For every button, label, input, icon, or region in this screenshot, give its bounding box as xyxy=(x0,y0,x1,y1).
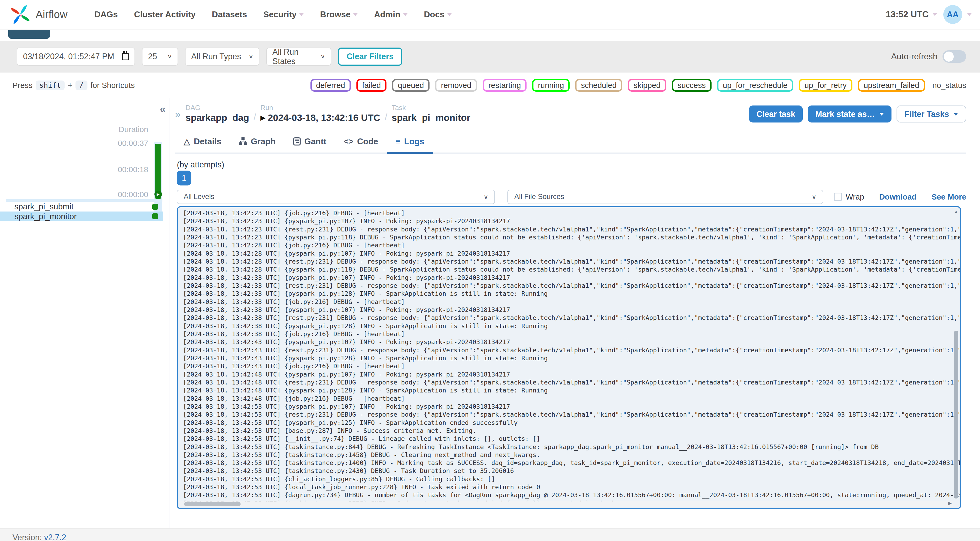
nav-item-security[interactable]: Security xyxy=(255,0,312,29)
filter-bar: 03/18/2024, 01:52:47 PM 25 ∨ All Run Typ… xyxy=(0,41,980,73)
run-types-value: All Run Types xyxy=(191,52,241,61)
nav-item-admin[interactable]: Admin xyxy=(366,0,416,29)
log-line: [2024-03-18, 13:42:53 UTC] {taskinstance… xyxy=(183,467,955,475)
breadcrumb-dag-value[interactable]: sparkapp_dag xyxy=(186,112,249,124)
wrap-label: Wrap xyxy=(846,193,864,201)
log-line: [2024-03-18, 13:42:38 UTC] {pyspark_pi.p… xyxy=(183,306,955,314)
airflow-brand[interactable]: Airflow xyxy=(8,3,67,26)
shortcut-prefix: Press xyxy=(13,81,32,90)
nav-item-cluster-activity[interactable]: Cluster Activity xyxy=(126,0,204,29)
state-badge-no-status[interactable]: no_status xyxy=(931,80,966,91)
log-line: [2024-03-18, 13:42:53 UTC] {taskinstance… xyxy=(183,443,955,451)
see-more-link[interactable]: See More xyxy=(932,193,966,201)
download-link[interactable]: Download xyxy=(879,193,916,201)
breadcrumb-separator: / xyxy=(385,112,387,123)
clear-filters-button[interactable]: Clear Filters xyxy=(338,48,402,66)
state-badge-deferred[interactable]: deferred xyxy=(310,79,351,92)
expand-breadcrumb-icon[interactable]: » xyxy=(175,109,180,120)
state-badge-queued[interactable]: queued xyxy=(392,79,430,92)
run-types-select[interactable]: All Run Types ∨ xyxy=(185,48,259,66)
log-line: [2024-03-18, 13:42:48 UTC] {pyspark_pi.p… xyxy=(183,371,955,379)
state-badge-up-for-reschedule[interactable]: up_for_reschedule xyxy=(717,79,793,92)
attempt-1-button[interactable]: 1 xyxy=(177,170,191,186)
state-badge-up-for-retry[interactable]: up_for_retry xyxy=(799,79,852,92)
log-line: [2024-03-18, 13:42:48 UTC] {pyspark_pi.p… xyxy=(183,387,955,394)
logs-icon: ≡ xyxy=(396,137,401,146)
shortcut-joiner: + xyxy=(68,81,72,90)
nav-menu: DAGsCluster ActivityDatasetsSecurityBrow… xyxy=(86,0,460,29)
auto-refresh-toggle[interactable] xyxy=(942,50,966,63)
tab-label: Gantt xyxy=(304,137,326,146)
task-row-spark-pi-monitor[interactable]: spark_pi_monitor xyxy=(0,212,163,221)
state-badge-failed[interactable]: failed xyxy=(356,79,387,92)
log-line: [2024-03-18, 13:42:48 UTC] {job.py:216} … xyxy=(183,395,955,403)
scroll-right-icon[interactable]: ▶ xyxy=(948,501,952,506)
user-menu[interactable]: AA xyxy=(943,5,972,24)
state-badge-removed[interactable]: removed xyxy=(435,79,477,92)
collapse-panel-icon[interactable]: « xyxy=(160,103,165,115)
scrolled-button-partial[interactable] xyxy=(8,30,50,39)
vertical-scrollbar[interactable]: ▲ xyxy=(953,208,959,504)
log-controls: All Levels ∨ All File Sources ∨ Wrap Dow… xyxy=(177,189,966,204)
state-badge-running[interactable]: running xyxy=(532,79,570,92)
version-link[interactable]: v2.7.2 xyxy=(44,533,66,541)
airflow-app: Airflow DAGsCluster ActivityDatasetsSecu… xyxy=(0,0,980,541)
log-line: [2024-03-18, 13:42:23 UTC] {job.py:216} … xyxy=(183,209,955,217)
file-source-select[interactable]: All File Sources ∨ xyxy=(508,190,823,204)
breadcrumb-run-value[interactable]: ▶ 2024-03-18, 13:42:16 UTC xyxy=(261,112,380,124)
run-timestamp: 2024-03-18, 13:42:16 UTC xyxy=(268,112,380,124)
log-level-select[interactable]: All Levels ∨ xyxy=(177,190,495,204)
task-state-square[interactable] xyxy=(152,213,158,219)
task-actions: Clear task Mark state as… Filter Tasks xyxy=(749,105,966,122)
nav-item-datasets[interactable]: Datasets xyxy=(204,0,255,29)
horizontal-scrollbar[interactable]: ▶ xyxy=(179,501,953,507)
scroll-up-icon[interactable]: ▲ xyxy=(954,209,958,214)
main-content: « Duration 00:00:37 00:00:18 00:00:00 ▶ … xyxy=(0,98,980,528)
log-output[interactable]: [2024-03-18, 13:42:23 UTC] {job.py:216} … xyxy=(177,206,961,509)
avatar[interactable]: AA xyxy=(943,5,962,24)
tab-label: Graph xyxy=(251,137,275,146)
run-states-select[interactable]: All Run States ∨ xyxy=(266,48,331,66)
state-badge-upstream-failed[interactable]: upstream_failed xyxy=(858,79,925,92)
vertical-scroll-thumb[interactable] xyxy=(954,331,958,498)
tab-logs[interactable]: ≡Logs xyxy=(387,137,433,153)
page-size-select[interactable]: 25 ∨ xyxy=(142,48,178,66)
date-filter-input[interactable]: 03/18/2024, 01:52:47 PM xyxy=(17,48,135,66)
clear-task-button[interactable]: Clear task xyxy=(749,105,803,122)
duration-tick: 00:00:18 xyxy=(118,165,148,174)
wrap-checkbox[interactable] xyxy=(834,193,842,201)
nav-item-label: Admin xyxy=(374,10,400,19)
breadcrumb-dag[interactable]: DAG sparkapp_dag xyxy=(186,103,249,124)
tab-label: Details xyxy=(194,137,221,146)
nav-item-dags[interactable]: DAGs xyxy=(86,0,126,29)
state-badge-restarting[interactable]: restarting xyxy=(483,79,527,92)
wrap-group: Wrap xyxy=(834,193,864,201)
mark-state-button[interactable]: Mark state as… xyxy=(808,105,891,122)
horizontal-scroll-thumb[interactable] xyxy=(184,502,240,506)
breadcrumb-task[interactable]: Task spark_pi_monitor xyxy=(392,103,471,124)
log-line: [2024-03-18, 13:42:53 UTC] {__init__.py:… xyxy=(183,435,955,443)
task-row-spark-pi-submit[interactable]: spark_pi_submit xyxy=(0,202,163,211)
nav-item-docs[interactable]: Docs xyxy=(416,0,460,29)
breadcrumb-run[interactable]: Run ▶ 2024-03-18, 13:42:16 UTC xyxy=(261,103,380,124)
tab-details[interactable]: △Details xyxy=(175,137,230,153)
nav-item-browse[interactable]: Browse xyxy=(312,0,366,29)
task-state-square[interactable] xyxy=(152,204,158,210)
calendar-icon[interactable] xyxy=(122,53,129,60)
tab-gantt[interactable]: Gantt xyxy=(285,137,335,153)
chevron-down-icon: ∨ xyxy=(812,193,816,200)
tab-graph[interactable]: Graph xyxy=(230,137,285,153)
clock-dropdown[interactable]: 13:52 UTC xyxy=(886,9,937,19)
brand-name: Airflow xyxy=(36,8,67,21)
state-badge-skipped[interactable]: skipped xyxy=(628,79,666,92)
breadcrumb-task-value[interactable]: spark_pi_monitor xyxy=(392,112,471,124)
tab-code[interactable]: <>Code xyxy=(335,137,387,153)
state-badge-success[interactable]: success xyxy=(672,79,711,92)
details-icon: △ xyxy=(184,137,190,146)
filter-tasks-button[interactable]: Filter Tasks xyxy=(897,105,966,122)
chevron-down-icon xyxy=(447,13,452,16)
grid-divider-strip xyxy=(6,199,163,202)
by-attempts-label: (by attempts) xyxy=(177,160,224,169)
log-line: [2024-03-18, 13:42:38 UTC] {job.py:216} … xyxy=(183,330,955,338)
state-badge-scheduled[interactable]: scheduled xyxy=(575,79,622,92)
